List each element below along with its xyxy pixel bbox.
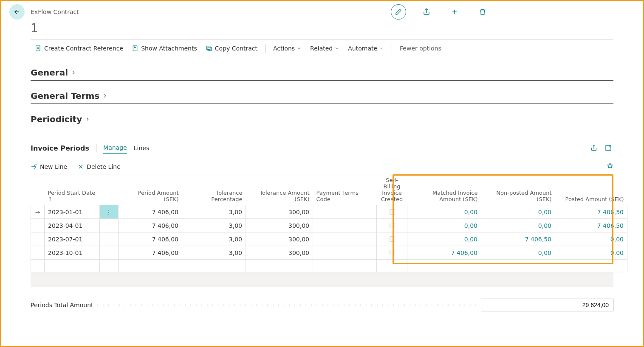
col-tolerance-percentage[interactable]: Tolerance Percentage [182,174,246,205]
cell-period-amount[interactable]: 7 406,00 [119,219,182,232]
table-row[interactable]: 2023-04-017 406,003,00300,000,000,007 40… [31,219,627,232]
cell-payment-terms[interactable] [313,219,377,232]
cell-tolerance-percentage[interactable]: 3,00 [182,219,246,232]
related-dropdown[interactable]: Related [306,43,344,53]
row-menu-button[interactable] [100,232,119,246]
row-selector[interactable] [31,219,45,232]
create-contract-reference-button[interactable]: Create Contract Reference [31,43,127,53]
col-self-billing[interactable]: Self-Billing Invoice Created [377,174,407,205]
cell-matched-amount[interactable]: 7 406,00 [407,246,481,260]
col-nonposted-amount[interactable]: Non-posted Amount (SEK) [481,174,555,205]
cell-tolerance-percentage[interactable]: 3,00 [182,246,246,260]
show-attachments-button[interactable]: Show Attachments [127,43,201,53]
pin-button[interactable] [607,162,613,171]
automate-dropdown[interactable]: Automate [344,43,388,53]
cell-period-start[interactable]: 2023-07-01 [45,232,100,246]
cell-period-start[interactable]: 2023-01-01 [45,205,100,219]
cell-self-billing[interactable] [377,232,407,246]
action-label: Related [310,45,333,52]
tab-lines[interactable]: Lines [134,143,149,153]
cell-nonposted-amount[interactable]: 7 406,50 [481,232,555,246]
cell-matched-amount[interactable]: 0,00 [407,219,481,232]
cell-payment-terms[interactable] [313,246,377,260]
table-row[interactable]: 2023-10-017 406,003,00300,007 406,000,00… [31,246,627,260]
row-selector[interactable] [31,246,45,260]
trash-icon [479,8,486,16]
col-tolerance-amount[interactable]: Tolerance Amount (SEK) [246,174,313,205]
row-menu-button[interactable] [100,219,119,232]
back-button[interactable] [9,4,25,20]
cell-posted-amount[interactable]: 0,00 [555,246,627,260]
svg-rect-3 [206,46,210,50]
subgrid-share-button[interactable] [590,145,597,151]
col-period-start[interactable]: Period Start Date ↑ [45,174,100,205]
tab-manage[interactable]: Manage [103,143,127,154]
cell-self-billing[interactable] [377,219,407,232]
cell-tolerance-percentage[interactable]: 3,00 [182,232,246,246]
actions-dropdown[interactable]: Actions [269,43,306,53]
action-label: Copy Contract [215,45,257,52]
cell-period-amount[interactable]: 7 406,00 [119,205,182,219]
section-general[interactable]: General [31,67,613,81]
action-label: Create Contract Reference [44,45,123,52]
empty-cell [481,260,555,272]
chevron-right-icon [85,116,90,122]
section-periodicity[interactable]: Periodicity [31,114,613,127]
svg-rect-4 [606,146,611,151]
col-posted-amount[interactable]: Posted Amount (SEK) [555,174,627,205]
cell-nonposted-amount[interactable]: 0,00 [481,219,555,232]
delete-button[interactable] [475,4,490,20]
cell-period-start[interactable]: 2023-10-01 [45,246,100,260]
cell-posted-amount[interactable]: 7 406,50 [555,219,627,232]
attachment-icon [132,45,138,52]
table-row-empty[interactable] [31,260,627,272]
col-matched-amount[interactable]: Matched Invoice Amount (SEK) [407,174,481,205]
cell-self-billing[interactable] [377,246,407,260]
cell-tolerance-amount[interactable]: 300,00 [246,246,313,260]
cell-posted-amount[interactable]: 7 406,50 [555,205,627,219]
cell-posted-amount[interactable]: 0,00 [555,232,627,246]
edit-button[interactable] [391,4,406,20]
empty-cell [182,260,246,272]
share-button[interactable] [419,4,434,20]
row-menu-button[interactable]: ⋮ [100,205,119,219]
row-selector[interactable]: → [31,205,45,219]
table-row[interactable]: 2023-07-017 406,003,00300,000,007 406,50… [31,232,627,246]
cell-tolerance-amount[interactable]: 300,00 [246,205,313,219]
cell-nonposted-amount[interactable]: 0,00 [481,246,555,260]
svg-rect-2 [208,47,211,50]
copy-contract-button[interactable]: Copy Contract [201,43,262,53]
new-line-button[interactable]: New Line [31,163,67,170]
cell-period-amount[interactable]: 7 406,00 [119,232,182,246]
periods-total-amount-field[interactable] [481,299,613,311]
fewer-options-button[interactable]: Fewer options [395,43,446,53]
cell-tolerance-amount[interactable]: 300,00 [246,232,313,246]
new-button[interactable] [447,4,462,20]
self-billing-checkbox [390,236,395,242]
cell-period-amount[interactable]: 7 406,00 [119,246,182,260]
action-label: Actions [273,45,295,52]
section-general-terms[interactable]: General Terms [31,91,613,104]
cell-matched-amount[interactable]: 0,00 [407,232,481,246]
subgrid-expand-button[interactable] [605,145,612,151]
col-period-amount[interactable]: Period Amount (SEK) [119,174,182,205]
cell-payment-terms[interactable] [313,232,377,246]
cell-payment-terms[interactable] [313,205,377,219]
empty-cell [313,260,377,272]
cell-nonposted-amount[interactable]: 0,00 [481,205,555,219]
cell-period-start[interactable]: 2023-04-01 [45,219,100,232]
table-row[interactable]: →2023-01-01⋮7 406,003,00300,000,000,007 … [31,205,627,219]
action-label: New Line [40,163,67,170]
chevron-right-icon [71,70,76,76]
empty-cell [377,260,407,272]
action-label: Automate [348,45,377,52]
cell-tolerance-amount[interactable]: 300,00 [246,219,313,232]
cell-self-billing[interactable] [377,205,407,219]
row-selector[interactable] [31,232,45,246]
delete-line-button[interactable]: Delete Line [77,163,121,170]
cell-tolerance-percentage[interactable]: 3,00 [182,205,246,219]
separator [265,44,266,53]
row-menu-button[interactable] [100,246,119,260]
cell-matched-amount[interactable]: 0,00 [407,205,481,219]
col-payment-terms[interactable]: Payment Terms Code [313,174,377,205]
